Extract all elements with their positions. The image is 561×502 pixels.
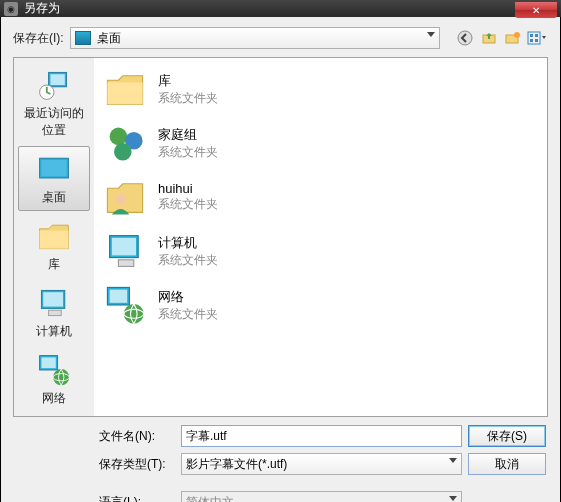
up-button[interactable] bbox=[478, 27, 500, 49]
computer-icon bbox=[102, 228, 148, 274]
svg-point-26 bbox=[115, 194, 126, 205]
libraries-icon bbox=[102, 66, 148, 112]
savetype-combo[interactable]: 影片字幕文件(*.utf) bbox=[181, 453, 462, 475]
back-icon bbox=[457, 30, 473, 46]
place-label: 最近访问的位置 bbox=[19, 105, 89, 139]
up-folder-icon bbox=[481, 30, 497, 46]
svg-rect-22 bbox=[107, 82, 142, 104]
back-button[interactable] bbox=[454, 27, 476, 49]
savetype-label: 保存类型(T): bbox=[99, 456, 175, 473]
place-label: 库 bbox=[19, 256, 89, 273]
network-icon bbox=[102, 282, 148, 328]
form-area: 文件名(N): 保存(S) 保存类型(T): 影片字幕文件(*.utf) 取消 bbox=[13, 417, 548, 502]
close-button[interactable]: ✕ bbox=[515, 2, 557, 18]
place-label: 桌面 bbox=[19, 189, 89, 206]
file-item[interactable]: huihui 系统文件夹 bbox=[94, 170, 547, 224]
file-type: 系统文件夹 bbox=[158, 196, 218, 213]
libraries-icon bbox=[34, 218, 74, 254]
place-label: 网络 bbox=[19, 390, 89, 407]
homegroup-icon bbox=[102, 120, 148, 166]
svg-point-32 bbox=[124, 304, 144, 324]
close-icon: ✕ bbox=[532, 5, 540, 16]
app-icon: ◉ bbox=[4, 2, 18, 16]
svg-point-20 bbox=[53, 369, 69, 385]
window-title: 另存为 bbox=[24, 0, 60, 17]
location-toolbar: 保存在(I): 桌面 bbox=[13, 27, 548, 49]
cancel-button[interactable]: 取消 bbox=[468, 453, 546, 475]
svg-rect-8 bbox=[535, 39, 538, 42]
file-name: 计算机 bbox=[158, 234, 218, 252]
file-type: 系统文件夹 bbox=[158, 144, 218, 161]
filename-label: 文件名(N): bbox=[99, 428, 175, 445]
computer-icon bbox=[34, 285, 74, 321]
view-button[interactable] bbox=[526, 27, 548, 49]
place-desktop[interactable]: 桌面 bbox=[18, 146, 90, 211]
svg-rect-4 bbox=[528, 32, 540, 44]
network-icon bbox=[34, 352, 74, 388]
user-icon bbox=[102, 174, 148, 220]
desktop-icon bbox=[75, 31, 91, 45]
svg-rect-5 bbox=[530, 34, 533, 37]
svg-rect-14 bbox=[40, 231, 69, 249]
titlebar: ◉ 另存为 ✕ bbox=[0, 0, 561, 17]
svg-rect-7 bbox=[530, 39, 533, 42]
filename-input[interactable] bbox=[181, 425, 462, 447]
desktop-icon bbox=[34, 151, 74, 187]
location-value: 桌面 bbox=[97, 30, 121, 47]
file-type: 系统文件夹 bbox=[158, 306, 218, 323]
file-name: 库 bbox=[158, 72, 218, 90]
save-in-label: 保存在(I): bbox=[13, 30, 64, 47]
svg-point-25 bbox=[114, 143, 132, 161]
place-recent[interactable]: 最近访问的位置 bbox=[18, 62, 90, 144]
file-name: 家庭组 bbox=[158, 126, 218, 144]
file-name: huihui bbox=[158, 181, 218, 196]
save-button[interactable]: 保存(S) bbox=[468, 425, 546, 447]
svg-point-3 bbox=[514, 32, 520, 38]
svg-rect-19 bbox=[41, 357, 55, 368]
recent-icon bbox=[34, 67, 74, 103]
location-combo[interactable]: 桌面 bbox=[70, 27, 440, 49]
new-folder-icon bbox=[505, 30, 521, 46]
file-list[interactable]: 库 系统文件夹 家庭组 系统文件夹 huihui 系统文件夹 计算机 系统文件夹… bbox=[94, 58, 547, 416]
svg-point-23 bbox=[110, 128, 128, 146]
place-network[interactable]: 网络 bbox=[18, 347, 90, 412]
language-combo[interactable]: 简体中文 bbox=[181, 491, 462, 502]
svg-rect-31 bbox=[110, 290, 128, 303]
file-type: 系统文件夹 bbox=[158, 252, 218, 269]
chevron-down-icon bbox=[427, 32, 435, 37]
svg-rect-29 bbox=[118, 260, 133, 267]
place-computer[interactable]: 计算机 bbox=[18, 280, 90, 345]
file-item[interactable]: 网络 系统文件夹 bbox=[94, 278, 547, 332]
view-menu-icon bbox=[527, 30, 547, 46]
file-item[interactable]: 计算机 系统文件夹 bbox=[94, 224, 547, 278]
svg-rect-16 bbox=[43, 292, 63, 306]
svg-rect-28 bbox=[112, 238, 136, 256]
language-value: 简体中文 bbox=[186, 494, 234, 503]
chevron-down-icon bbox=[449, 496, 457, 501]
file-name: 网络 bbox=[158, 288, 218, 306]
savetype-value: 影片字幕文件(*.utf) bbox=[186, 456, 287, 473]
places-bar: 最近访问的位置 桌面 库 计算机 网络 bbox=[14, 58, 94, 416]
svg-rect-17 bbox=[49, 310, 62, 315]
file-type: 系统文件夹 bbox=[158, 90, 218, 107]
language-label: 语言(L): bbox=[99, 494, 175, 503]
new-folder-button[interactable] bbox=[502, 27, 524, 49]
file-browser: 最近访问的位置 桌面 库 计算机 网络 库 系统文件夹 家庭组 系统文件夹 hu… bbox=[13, 57, 548, 417]
chevron-down-icon bbox=[449, 458, 457, 463]
svg-point-0 bbox=[458, 31, 472, 45]
file-item[interactable]: 家庭组 系统文件夹 bbox=[94, 116, 547, 170]
svg-rect-6 bbox=[535, 34, 538, 37]
svg-rect-13 bbox=[41, 160, 66, 176]
place-libraries[interactable]: 库 bbox=[18, 213, 90, 278]
svg-rect-10 bbox=[50, 74, 64, 85]
place-label: 计算机 bbox=[19, 323, 89, 340]
file-item[interactable]: 库 系统文件夹 bbox=[94, 62, 547, 116]
